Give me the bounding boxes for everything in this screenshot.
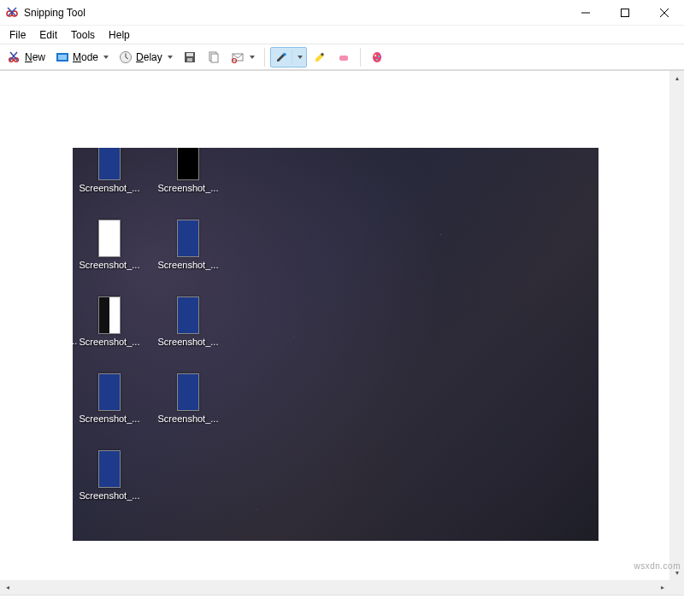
title-bar: Snipping Tool [0,0,684,26]
menu-tools[interactable]: Tools [65,27,101,43]
delay-button[interactable]: Delay [115,47,177,67]
envelope-icon [231,50,245,64]
save-button[interactable] [179,47,201,67]
maximize-button[interactable] [605,0,645,26]
pen-button[interactable] [270,47,307,67]
file-name-label: Screenshot_... [80,260,140,270]
svg-rect-21 [211,54,218,62]
file-name-label: Screenshot_... [80,414,140,424]
desktop-file-item[interactable]: gScreenshot_... [78,148,141,208]
desktop-file-item[interactable]: Screenshot_... [156,218,220,285]
svg-rect-18 [186,53,193,56]
file-thumbnail [98,373,121,411]
snip-canvas[interactable]: gScreenshot_...Screenshot_...gScreenshot… [0,71,669,580]
close-button[interactable] [645,0,684,26]
desktop-file-item[interactable]: ...Screenshot_... [78,372,141,438]
pen-icon [274,50,288,64]
file-thumbnail [177,296,199,334]
mode-button[interactable]: Mode [51,47,113,67]
file-thumbnail [177,220,199,257]
file-name-label: Screenshot_... [80,183,140,193]
desktop-file-item[interactable]: Screenshot_... [156,295,220,361]
mode-dropdown-icon [103,56,109,59]
desktop-file-item[interactable]: ...Screenshot_... [78,449,141,515]
watermark-text: wsxdn.com [634,561,681,571]
send-dropdown-icon [250,56,255,59]
desktop-file-item[interactable]: n...Screenshot_... [78,295,141,361]
svg-rect-13 [58,55,67,60]
file-thumbnail [98,450,121,488]
copy-icon [207,50,221,64]
scroll-up-icon[interactable]: ▴ [669,71,684,85]
svg-point-31 [376,58,378,60]
status-bar [0,595,684,616]
highlighter-icon [313,50,327,64]
highlighter-button[interactable] [309,47,331,67]
file-name-label: Screenshot_... [158,414,219,424]
snipping-tool-icon [5,6,19,20]
pen-dropdown-icon [298,56,303,59]
floppy-disk-icon [183,50,197,64]
scrollbar-corner [669,580,684,595]
file-thumbnail [98,296,121,334]
window-title: Snipping Tool [24,7,86,19]
captured-screenshot: gScreenshot_...Screenshot_...gScreenshot… [73,148,598,541]
file-name-label: Screenshot_... [158,260,219,270]
eraser-button[interactable] [333,47,355,67]
paint3d-icon [370,50,384,64]
file-name-label: Screenshot_... [80,337,140,347]
mode-label: Mode [73,51,98,63]
file-name-label: Screenshot_... [158,183,219,193]
desktop-file-item[interactable]: Screenshot_... [156,148,220,208]
svg-rect-19 [187,58,192,62]
delay-label: Delay [136,51,162,63]
menu-edit[interactable]: Edit [33,27,63,43]
minimize-button[interactable] [566,0,605,26]
scissors-icon [8,50,21,64]
new-label: New [25,51,45,63]
file-thumbnail [98,220,121,257]
scroll-right-icon[interactable]: ▸ [655,580,669,595]
scroll-left-icon[interactable]: ◂ [0,580,15,595]
desktop-file-item[interactable]: Screenshot_... [156,372,220,438]
copy-button[interactable] [203,47,225,67]
svg-rect-5 [622,9,629,16]
new-button[interactable]: New [3,47,50,67]
horizontal-scrollbar[interactable]: ◂ ▸ [0,580,669,595]
send-button[interactable] [227,47,259,67]
desktop-file-item[interactable]: gScreenshot_... [78,218,141,285]
delay-dropdown-icon [168,56,173,59]
svg-point-29 [374,54,376,56]
vertical-scrollbar[interactable]: ▴ ▾ [669,71,684,580]
file-thumbnail [177,373,199,411]
toolbar: New Mode Delay [0,44,684,70]
clock-icon [119,50,133,64]
file-thumbnail [98,148,121,180]
svg-point-30 [378,55,380,56]
menu-help[interactable]: Help [103,27,136,43]
rectangle-mode-icon [56,50,69,64]
file-name-label: Screenshot_... [80,490,140,501]
file-name-label: Screenshot_... [158,337,219,347]
file-thumbnail [177,148,199,180]
menu-bar: File Edit Tools Help [0,26,684,44]
paint3d-button[interactable] [366,47,388,67]
toolbar-separator-2 [360,48,361,67]
eraser-icon [337,50,351,64]
canvas-area: gScreenshot_...Screenshot_...gScreenshot… [0,70,684,595]
menu-file[interactable]: File [3,27,32,43]
partial-label-fragment: n... [73,336,77,346]
toolbar-separator [264,48,265,67]
svg-rect-28 [339,56,348,61]
